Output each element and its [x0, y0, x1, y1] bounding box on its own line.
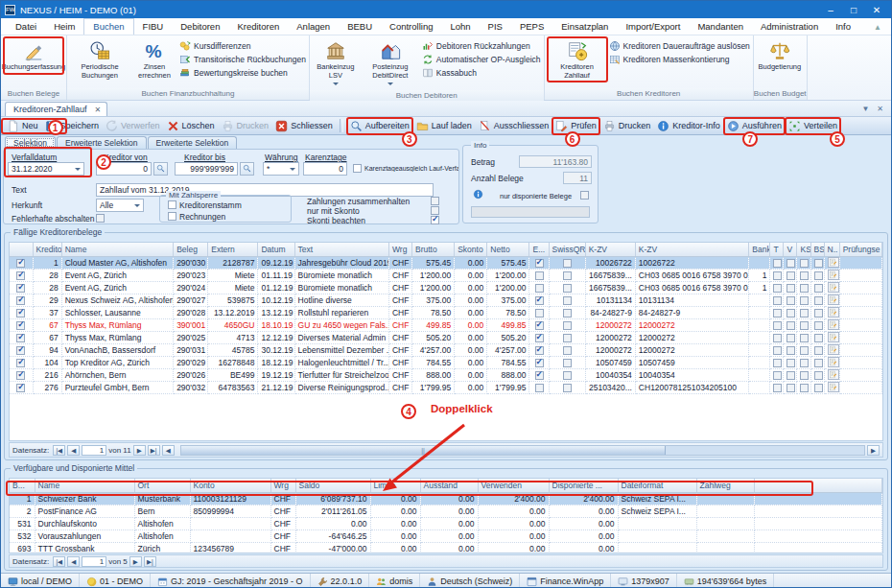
ribbon-button-bewertungskreise-buchen[interactable]: Bewertungskreise buchen: [179, 66, 306, 80]
nav-next-icon[interactable]: ▶: [129, 556, 142, 567]
verfalldatum-field[interactable]: 31.12.2020: [8, 162, 84, 176]
menu-tab-pis[interactable]: PIS: [480, 19, 511, 35]
skonti-beachten-checkbox[interactable]: [431, 216, 439, 224]
column-header[interactable]: Text: [294, 243, 388, 256]
invoice-row[interactable]: 29Nexus Schweiz AG, Altishofen290'027539…: [10, 294, 882, 306]
menu-tab-info[interactable]: Info: [827, 19, 859, 35]
ribbon-button-kreditoren-zahllauf[interactable]: Kreditoren Zahllauf: [548, 37, 607, 82]
ribbon-button-buchungserfassung[interactable]: Buchungserfassung: [4, 37, 63, 74]
nav-prev-icon[interactable]: ◀: [67, 445, 80, 456]
invoice-row[interactable]: 94VonAnachB, Bassersdorf290'0314578530.1…: [10, 343, 882, 356]
column-header[interactable]: Ort: [134, 479, 190, 492]
nav-next-icon[interactable]: ▶: [133, 445, 146, 456]
waehrung-field[interactable]: *: [263, 162, 299, 176]
ribbon-button-kassabuch[interactable]: Kassabuch: [422, 66, 541, 80]
kreditor-von-search-icon[interactable]: [153, 162, 168, 176]
ribbon-button-kursdifferenzen[interactable]: Kursdifferenzen: [179, 39, 306, 53]
nav-first-icon[interactable]: |◀: [53, 445, 65, 456]
nur-disponierte-checkbox[interactable]: [580, 191, 589, 200]
column-header[interactable]: Saldo: [295, 479, 370, 492]
column-header[interactable]: V: [784, 243, 797, 256]
toolbar-button-ausschliessen[interactable]: Ausschliessen: [479, 120, 550, 132]
invoice-row[interactable]: 216Ahörnchen, Bern290'026BE49919.12.19Ti…: [10, 368, 882, 381]
ribbon-button-transitorische-ruckbuchungen[interactable]: Transitorische Rückbuchungen: [179, 53, 306, 66]
rechnungen-checkbox[interactable]: [168, 212, 176, 221]
column-header[interactable]: Prüfungse: [839, 243, 881, 256]
menu-tab-einsatzplan[interactable]: Einsatzplan: [552, 19, 617, 35]
toolbar-button-verwerfen[interactable]: Verwerfen: [106, 120, 160, 132]
herkunft-field[interactable]: Alle: [96, 199, 144, 212]
scrollbar-thumb[interactable]: ||: [181, 446, 667, 455]
column-header[interactable]: N..: [824, 243, 839, 256]
maximize-button[interactable]: □: [843, 3, 864, 17]
doc-tab-close-icon[interactable]: ✕: [95, 106, 102, 114]
info-icon[interactable]: [473, 189, 483, 201]
kreditorenstamm-checkbox[interactable]: [168, 200, 176, 209]
column-header[interactable]: K-ZV: [635, 243, 748, 256]
invoice-row[interactable]: 1Cloud Master AG, Altishofen290'03021287…: [10, 256, 882, 269]
invoice-row[interactable]: 28Event AG, Zürich290'024Miete01.12.19Bü…: [10, 281, 882, 294]
ribbon-collapse-icon[interactable]: ▲: [874, 23, 885, 35]
column-header[interactable]: Brutto: [412, 243, 455, 256]
column-header[interactable]: Skonto: [455, 243, 487, 256]
ribbon-button-periodische-buchungen[interactable]: Periodische Buchungen: [70, 37, 129, 82]
tab-close-icon[interactable]: ✕: [877, 105, 883, 113]
nav-prev-icon[interactable]: ◀: [67, 556, 80, 567]
ribbon-button-kreditoren-massenkontierung[interactable]: Kreditoren Massenkontierung: [609, 53, 750, 66]
column-header[interactable]: K-ZV: [585, 243, 635, 256]
nav-last-icon[interactable]: ▶|: [144, 556, 156, 567]
column-header[interactable]: Bank: [749, 243, 770, 256]
column-header[interactable]: KS: [797, 243, 810, 256]
toolbar-button-ausfuhren[interactable]: Ausführen7: [727, 120, 782, 132]
menu-tab-lohn[interactable]: Lohn: [441, 19, 479, 35]
invoice-row[interactable]: 104Top Kreditor AG, Zürich290'0291627884…: [10, 356, 882, 368]
column-header[interactable]: Wrg: [388, 243, 411, 256]
column-header[interactable]: Name: [61, 243, 173, 256]
toolbar-button-kreditor-info[interactable]: Kreditor-Info: [657, 120, 720, 132]
karenztage-field[interactable]: 0: [303, 162, 347, 176]
menu-tab-bebu[interactable]: BEBU: [339, 19, 381, 35]
column-header[interactable]: Datum: [258, 243, 294, 256]
scroll-left-icon[interactable]: ◀: [162, 445, 175, 456]
nav-position-input[interactable]: 1: [82, 556, 106, 567]
toolbar-button-loschen[interactable]: Löschen: [167, 120, 215, 132]
column-header[interactable]: Limite: [370, 479, 420, 492]
fund-row[interactable]: 532VorauszahlungenAltishofenCHF-64'646.2…: [10, 529, 882, 542]
menu-tab-import-export[interactable]: Import/Export: [617, 19, 689, 35]
toolbar-button-verteilen[interactable]: Verteilen5: [788, 120, 837, 132]
tab-kreditoren-zahllauf[interactable]: Kreditoren-Zahllauf ✕: [5, 102, 107, 116]
column-header[interactable]: Kreditor: [33, 243, 61, 256]
column-header[interactable]: Name: [35, 479, 134, 492]
toolbar-button-drucken[interactable]: Drucken: [222, 120, 270, 132]
menu-tab-buchen[interactable]: Buchen: [83, 18, 133, 35]
invoice-row[interactable]: 67Thyss Max, Rümlang390'0014650GU18.10.1…: [10, 318, 882, 331]
zahlungen-zusammenhalten-checkbox[interactable]: [431, 197, 439, 205]
column-header[interactable]: Ausstand: [420, 479, 478, 492]
kreditor-bis-field[interactable]: 999'999'999: [175, 162, 238, 176]
toolbar-button-prufen[interactable]: Prüfen6: [555, 120, 597, 132]
column-header[interactable]: Netto: [487, 243, 529, 256]
invoice-row[interactable]: 37Schlosser, Lausanne290'02813.12.201913…: [10, 306, 882, 318]
column-header[interactable]: T: [770, 243, 784, 256]
fund-row[interactable]: 2PostFinance AGBern850999994CHF2'011'261…: [10, 505, 882, 517]
menu-tab-mandanten[interactable]: Mandanten: [689, 19, 752, 35]
column-header[interactable]: Extern: [208, 243, 258, 256]
menu-tab-anlagen[interactable]: Anlagen: [288, 19, 339, 35]
ribbon-button-budgetierung[interactable]: Budgetierung: [757, 37, 803, 74]
column-header[interactable]: Zahlweg: [696, 479, 754, 492]
invoice-row[interactable]: 28Event AG, Zürich290'023Miete01.11.19Bü…: [10, 269, 882, 281]
column-header[interactable]: SwissQR: [549, 243, 585, 256]
close-button[interactable]: ✕: [866, 3, 887, 17]
selection-tab-2-erweiterte-selektion[interactable]: Erweiterte Selektion: [148, 136, 238, 149]
ribbon-button-zinsen-errechnen[interactable]: %Zinsen errechnen: [131, 37, 177, 82]
menu-tab-heim[interactable]: Heim: [45, 19, 83, 35]
column-header[interactable]: E...: [529, 243, 549, 256]
toolbar-button-lauf-laden[interactable]: Lauf laden: [416, 120, 472, 132]
column-header[interactable]: BS: [810, 243, 824, 256]
column-header[interactable]: B...: [10, 479, 35, 492]
menu-tab-peps[interactable]: PEPS: [511, 19, 552, 35]
menu-tab-controlling[interactable]: Controlling: [381, 19, 441, 35]
column-header[interactable]: Dateiformat: [618, 479, 696, 492]
invoice-row[interactable]: 67Thyss Max, Rümlang290'025471312.12.19D…: [10, 331, 882, 343]
ribbon-button-bankeinzug-lsv[interactable]: Bankeinzug LSV: [313, 37, 359, 90]
